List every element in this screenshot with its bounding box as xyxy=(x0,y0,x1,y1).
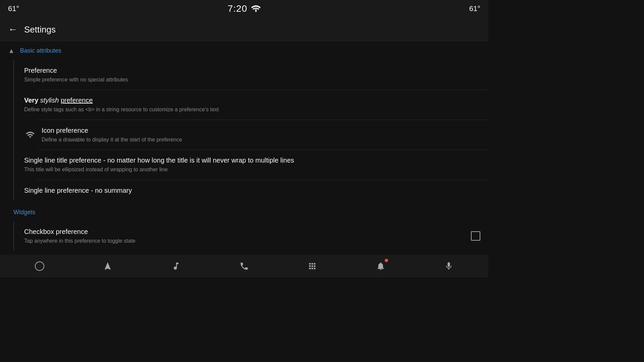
preference-wifi-icon xyxy=(24,129,36,141)
single-line-no-summary-text: Single line preference - no summary xyxy=(24,186,480,195)
apps-icon xyxy=(308,261,317,271)
checkbox-preference-title: Checkbox preference xyxy=(24,227,466,236)
widgets-section-header[interactable]: Widgets xyxy=(0,203,488,221)
phone-icon xyxy=(239,261,249,271)
notification-badge xyxy=(385,259,388,262)
single-line-title-text: Single line title preference - no matter… xyxy=(24,156,480,173)
home-icon xyxy=(35,261,44,271)
single-line-no-summary-title: Single line preference - no summary xyxy=(24,186,480,195)
nav-microphone[interactable] xyxy=(439,256,459,276)
single-line-title-summary: This title will be ellipsized instead of… xyxy=(24,166,480,173)
preference-title: Preference xyxy=(24,66,480,75)
status-temp-right: 61° xyxy=(469,4,480,13)
basic-attributes-section-header[interactable]: ▲ Basic attributes xyxy=(0,42,488,60)
single-line-title-item[interactable]: Single line title preference - no matter… xyxy=(19,150,488,179)
music-icon xyxy=(171,261,181,271)
stylish-preference-text: Very stylish preference Define style tag… xyxy=(24,96,480,113)
wifi-icon xyxy=(25,130,35,139)
status-time: 7:20 xyxy=(228,3,248,14)
basic-attributes-title: Basic attributes xyxy=(20,47,61,54)
nav-phone[interactable] xyxy=(234,256,254,276)
nav-notifications[interactable] xyxy=(371,256,391,276)
back-button[interactable]: ← xyxy=(8,24,17,35)
navigation-icon xyxy=(103,261,112,271)
preference-item[interactable]: Preference Simple preference with no spe… xyxy=(19,60,488,89)
bottom-nav xyxy=(0,255,488,278)
preference-text: Preference Simple preference with no spe… xyxy=(24,66,480,83)
microphone-icon xyxy=(444,261,453,271)
nav-navigation[interactable] xyxy=(98,256,118,276)
status-center: 7:20 xyxy=(228,3,261,14)
icon-preference-summary: Define a drawable to display it at the s… xyxy=(42,136,480,143)
single-line-no-summary-item[interactable]: Single line preference - no summary xyxy=(19,180,488,201)
basic-attributes-list: Preference Simple preference with no spe… xyxy=(0,60,488,201)
content-area: ▲ Basic attributes Preference Simple pre… xyxy=(0,42,488,255)
widgets-title: Widgets xyxy=(13,209,35,216)
bell-icon xyxy=(376,261,385,271)
icon-preference-text: Icon preference Define a drawable to dis… xyxy=(42,126,480,143)
header: ← Settings xyxy=(0,17,488,42)
checkbox-preference-summary: Tap anywhere in this preference to toggl… xyxy=(24,237,466,245)
single-line-title: Single line title preference - no matter… xyxy=(24,156,460,165)
icon-preference-item[interactable]: Icon preference Define a drawable to dis… xyxy=(19,120,488,149)
icon-preference-title: Icon preference xyxy=(42,126,480,135)
status-temp-left: 61° xyxy=(8,4,19,13)
checkbox-preference-item[interactable]: Checkbox preference Tap anywhere in this… xyxy=(19,221,488,251)
preference-summary: Simple preference with no special attrib… xyxy=(24,76,480,83)
nav-music[interactable] xyxy=(166,256,186,276)
nav-apps[interactable] xyxy=(302,256,322,276)
checkbox-widget[interactable] xyxy=(471,231,480,241)
stylish-preference-title: Very stylish preference xyxy=(24,96,480,105)
checkbox-preference-text: Checkbox preference Tap anywhere in this… xyxy=(24,227,466,245)
wifi-status-icon xyxy=(251,5,261,12)
widgets-section: Widgets Checkbox preference Tap anywhere… xyxy=(0,203,488,251)
status-bar: 61° 7:20 61° xyxy=(0,0,488,17)
stylish-preference-item[interactable]: Very stylish preference Define style tag… xyxy=(19,90,488,119)
widgets-list: Checkbox preference Tap anywhere in this… xyxy=(0,221,488,251)
svg-point-0 xyxy=(255,11,257,12)
basic-attributes-chevron-icon[interactable]: ▲ xyxy=(8,47,15,55)
nav-home[interactable] xyxy=(30,256,50,276)
page-title: Settings xyxy=(24,24,56,35)
stylish-preference-summary: Define style tags such as <b> in a strin… xyxy=(24,106,480,113)
